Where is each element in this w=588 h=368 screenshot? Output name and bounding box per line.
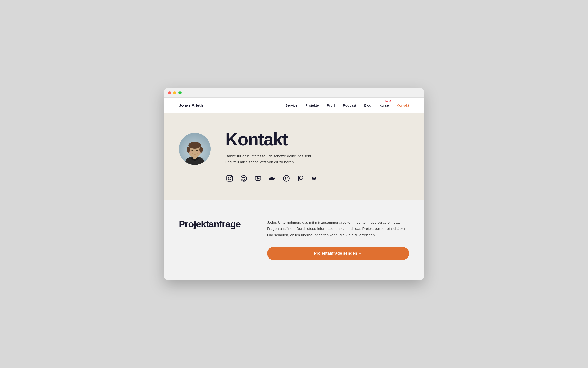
- cta-button[interactable]: Projektanfrage senden →: [267, 247, 409, 260]
- browser-chrome: [164, 88, 424, 98]
- nav-item-podcast[interactable]: Podcast: [343, 103, 356, 108]
- hero-section: Kontakt Danke für dein Interesse! Ich sc…: [164, 113, 424, 200]
- social-icons: w: [225, 174, 409, 183]
- nav-links: Service Projekte Profil Podcast Blog Neu…: [285, 103, 409, 108]
- svg-point-11: [198, 151, 201, 153]
- project-section: Projektanfrage Jedes Unternehmen, das mi…: [164, 200, 424, 280]
- hero-subtitle: Danke für dein Interesse! Ich schätze de…: [225, 153, 318, 165]
- nav-brand[interactable]: Jonas Arleth: [179, 103, 203, 108]
- nav-item-service[interactable]: Service: [285, 103, 297, 108]
- nav-item-blog[interactable]: Blog: [364, 103, 371, 108]
- traffic-light-yellow[interactable]: [173, 91, 176, 94]
- svg-rect-12: [227, 175, 232, 181]
- svg-point-18: [283, 175, 289, 181]
- nav-link-blog[interactable]: Blog: [364, 103, 371, 107]
- svg-marker-17: [257, 177, 259, 179]
- nav-item-kurse[interactable]: Neu! Kurse: [379, 103, 389, 108]
- avatar: [179, 133, 211, 165]
- svg-point-8: [192, 150, 193, 151]
- nav-item-profil[interactable]: Profil: [327, 103, 335, 108]
- nav-link-podcast[interactable]: Podcast: [343, 103, 356, 107]
- nav-link-profil[interactable]: Profil: [327, 103, 335, 107]
- project-text: Jedes Unternehmen, das mit mir zusammena…: [267, 219, 409, 238]
- svg-point-9: [196, 150, 198, 151]
- avatar-column: [179, 128, 211, 165]
- hero-title: Kontakt: [225, 131, 409, 148]
- project-content: Jedes Unternehmen, das mit mir zusammena…: [267, 219, 409, 260]
- svg-point-19: [299, 176, 303, 179]
- instagram-icon[interactable]: [225, 174, 234, 183]
- svg-point-13: [228, 177, 231, 180]
- traffic-light-red[interactable]: [168, 91, 171, 94]
- webflow-icon[interactable]: w: [311, 174, 319, 183]
- svg-rect-20: [298, 176, 299, 181]
- nav-link-kurse[interactable]: Kurse: [379, 103, 389, 107]
- soundcloud-icon[interactable]: [268, 174, 276, 183]
- nav-item-kontakt[interactable]: Kontakt: [397, 103, 409, 108]
- dribbble-icon[interactable]: [240, 174, 248, 183]
- svg-point-15: [241, 175, 246, 181]
- svg-point-5: [188, 142, 201, 149]
- patreon-icon[interactable]: [296, 174, 305, 183]
- neu-badge: Neu!: [385, 100, 391, 103]
- hero-content: Kontakt Danke für dein Interesse! Ich sc…: [225, 128, 409, 183]
- nav-link-projekte[interactable]: Projekte: [305, 103, 319, 107]
- nav-link-service[interactable]: Service: [285, 103, 297, 107]
- browser-window: Jonas Arleth Service Projekte Profil Pod…: [164, 88, 424, 280]
- nav-link-kontakt[interactable]: Kontakt: [397, 103, 409, 107]
- avatar-image: [179, 133, 211, 165]
- svg-text:w: w: [312, 175, 316, 181]
- project-title: Projektanfrage: [179, 219, 247, 230]
- youtube-icon[interactable]: [254, 174, 262, 183]
- svg-point-10: [189, 151, 192, 153]
- navigation: Jonas Arleth Service Projekte Profil Pod…: [164, 98, 424, 113]
- nav-item-projekte[interactable]: Projekte: [305, 103, 319, 108]
- traffic-light-green[interactable]: [178, 91, 182, 94]
- pinterest-icon[interactable]: [282, 174, 291, 183]
- svg-point-14: [231, 176, 232, 177]
